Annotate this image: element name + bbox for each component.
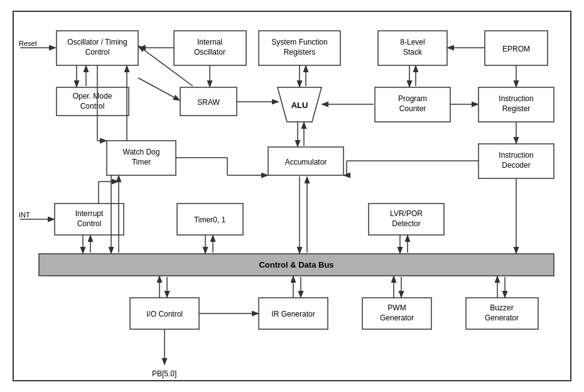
- svg-text:Control & Data Bus: Control & Data Bus: [259, 260, 333, 270]
- svg-text:Accumulator: Accumulator: [285, 158, 327, 166]
- svg-rect-52: [466, 298, 538, 329]
- svg-text:Register: Register: [502, 104, 531, 113]
- svg-rect-29: [479, 87, 554, 122]
- svg-rect-38: [177, 204, 243, 235]
- svg-text:Oscillator / Timing: Oscillator / Timing: [67, 38, 127, 46]
- svg-rect-6: [57, 87, 129, 116]
- svg-rect-32: [479, 144, 554, 178]
- svg-text:Stack: Stack: [403, 48, 423, 57]
- svg-text:System Function: System Function: [271, 38, 327, 46]
- svg-text:Registers: Registers: [284, 48, 316, 57]
- svg-text:PB[5.0]: PB[5.0]: [152, 369, 176, 378]
- svg-line-65: [139, 46, 193, 86]
- svg-text:Oper. Mode: Oper. Mode: [73, 92, 112, 101]
- svg-rect-40: [369, 204, 444, 235]
- svg-text:Control: Control: [80, 102, 105, 111]
- svg-text:I/O Control: I/O Control: [146, 310, 183, 318]
- svg-rect-49: [362, 298, 431, 329]
- svg-text:Control: Control: [77, 219, 102, 228]
- svg-text:8-Level: 8-Level: [400, 38, 424, 46]
- svg-text:Generator: Generator: [380, 313, 414, 322]
- svg-text:PWM: PWM: [387, 303, 406, 312]
- svg-text:Instruction: Instruction: [499, 94, 533, 103]
- svg-text:Timer0, 1: Timer0, 1: [194, 215, 226, 224]
- svg-text:Internal: Internal: [197, 38, 222, 46]
- svg-text:Reset: Reset: [19, 40, 37, 47]
- svg-text:Counter: Counter: [399, 104, 426, 113]
- svg-text:SRAW: SRAW: [197, 98, 220, 107]
- svg-rect-21: [378, 31, 447, 65]
- svg-rect-0: [57, 31, 138, 65]
- svg-text:ALU: ALU: [291, 101, 308, 110]
- svg-text:Interrupt: Interrupt: [75, 209, 104, 218]
- svg-text:Timer: Timer: [132, 158, 151, 166]
- svg-text:Control: Control: [85, 48, 110, 57]
- svg-line-64: [138, 78, 179, 100]
- svg-text:INT: INT: [19, 211, 30, 219]
- svg-rect-14: [259, 31, 340, 65]
- svg-text:Generator: Generator: [485, 313, 519, 322]
- svg-rect-3: [174, 31, 246, 65]
- diagram-container: Oscillator / Timing Control Internal Osc…: [13, 11, 571, 381]
- svg-text:LVR/POR: LVR/POR: [390, 209, 423, 218]
- svg-text:Program: Program: [398, 94, 427, 103]
- svg-text:Oscillator: Oscillator: [194, 48, 225, 57]
- svg-rect-47: [259, 298, 328, 329]
- svg-rect-45: [130, 298, 199, 329]
- svg-rect-24: [375, 87, 450, 122]
- svg-text:IR Generator: IR Generator: [271, 310, 315, 318]
- svg-text:Instruction: Instruction: [499, 151, 533, 160]
- svg-text:Detector: Detector: [392, 219, 420, 228]
- svg-rect-35: [55, 204, 124, 235]
- svg-text:Decoder: Decoder: [502, 161, 530, 170]
- svg-rect-27: [485, 31, 548, 65]
- svg-rect-12: [180, 87, 237, 116]
- svg-rect-9: [107, 141, 176, 175]
- svg-text:EPROM: EPROM: [502, 45, 530, 53]
- svg-marker-17: [278, 87, 322, 122]
- svg-text:Watch Dog: Watch Dog: [123, 148, 160, 156]
- svg-rect-43: [39, 254, 554, 276]
- svg-rect-19: [268, 147, 343, 175]
- svg-text:Buzzer: Buzzer: [490, 303, 513, 312]
